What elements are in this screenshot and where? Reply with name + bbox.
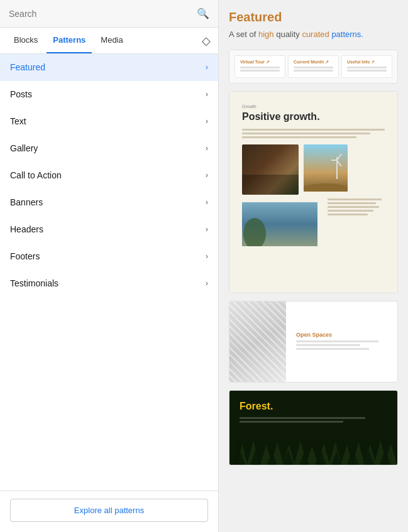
mini-card-line bbox=[240, 67, 280, 68]
forest-pattern-card[interactable]: Forest. bbox=[229, 390, 398, 465]
nav-item-label: Featured bbox=[10, 62, 45, 72]
nav-item-label: Gallery bbox=[10, 143, 38, 153]
nav-list: Featured › Posts › Text › Gallery › Call… bbox=[0, 54, 218, 491]
nav-item-testimonials[interactable]: Testimonials › bbox=[0, 270, 218, 297]
mini-card-title: Current Month ↗ bbox=[294, 60, 333, 65]
mini-card-line bbox=[347, 67, 387, 68]
mini-card-title: Virtual Tour ↗ bbox=[240, 60, 280, 65]
growth-bottom-text bbox=[323, 198, 385, 246]
nav-item-posts[interactable]: Posts › bbox=[0, 81, 218, 108]
mini-cards-card[interactable]: Virtual Tour ↗ Current Month ↗ Useful In… bbox=[229, 50, 398, 84]
mini-card-line bbox=[294, 70, 333, 72]
growth-pattern-card[interactable]: Growth Positive growth. bbox=[229, 91, 398, 293]
growth-image-forest bbox=[242, 144, 299, 195]
growth-card: Growth Positive growth. bbox=[229, 92, 397, 293]
growth-text-lines bbox=[242, 129, 385, 138]
forest-title: Forest. bbox=[240, 401, 387, 412]
tabs-row: Blocks Patterns Media ◇ bbox=[0, 28, 218, 54]
tab-patterns[interactable]: Patterns bbox=[47, 28, 92, 53]
mini-cards-row: Virtual Tour ↗ Current Month ↗ Useful In… bbox=[229, 50, 397, 83]
nav-item-label: Posts bbox=[10, 89, 32, 99]
open-spaces-label: Open Spaces bbox=[296, 332, 387, 338]
mini-card-line bbox=[347, 70, 387, 72]
mini-card-title: Useful Info ↗ bbox=[347, 60, 387, 65]
growth-image-windmill bbox=[304, 144, 348, 192]
tab-media[interactable]: Media bbox=[94, 28, 129, 53]
featured-title: Featured bbox=[229, 10, 398, 24]
nav-item-text[interactable]: Text › bbox=[0, 108, 218, 135]
nav-item-footers[interactable]: Footers › bbox=[0, 243, 218, 270]
growth-image-coast bbox=[242, 202, 317, 246]
explore-all-patterns-button[interactable]: Explore all patterns bbox=[10, 499, 208, 522]
chevron-icon: › bbox=[206, 63, 208, 72]
nav-item-label: Testimonials bbox=[10, 278, 58, 288]
mini-card-useful-info: Useful Info ↗ bbox=[341, 55, 392, 78]
chevron-icon: › bbox=[206, 252, 208, 261]
chevron-icon: › bbox=[206, 117, 208, 126]
nav-item-banners[interactable]: Banners › bbox=[0, 189, 218, 216]
desc-high: high bbox=[258, 30, 274, 39]
desc-curated: curated bbox=[302, 30, 329, 39]
right-panel[interactable]: Featured A set of high quality curated p… bbox=[219, 0, 408, 532]
mini-card-current-month: Current Month ↗ bbox=[288, 55, 339, 78]
search-icon: 🔍 bbox=[197, 8, 209, 19]
nav-item-featured[interactable]: Featured › bbox=[0, 54, 218, 81]
nav-item-label: Call to Action bbox=[10, 170, 62, 180]
open-spaces-pattern-card[interactable]: Open Spaces bbox=[229, 301, 398, 383]
chevron-icon: › bbox=[206, 198, 208, 207]
nav-item-label: Footers bbox=[10, 251, 40, 261]
chevron-icon: › bbox=[206, 90, 208, 99]
nav-item-label: Banners bbox=[10, 197, 43, 207]
chevron-icon: › bbox=[206, 225, 208, 234]
open-spaces-content: Open Spaces bbox=[286, 301, 397, 382]
search-bar: 🔍 bbox=[0, 0, 218, 28]
nav-item-label: Headers bbox=[10, 224, 43, 234]
featured-description: A set of high quality curated patterns. bbox=[229, 28, 398, 41]
growth-label: Growth bbox=[242, 104, 385, 109]
chevron-icon: › bbox=[206, 144, 208, 153]
growth-heading: Positive growth. bbox=[242, 111, 385, 122]
explore-btn-wrap: Explore all patterns bbox=[0, 491, 218, 532]
left-panel: 🔍 Blocks Patterns Media ◇ Featured › Pos… bbox=[0, 0, 219, 532]
search-input[interactable] bbox=[9, 9, 197, 19]
open-spaces-image bbox=[229, 301, 286, 382]
nav-item-gallery[interactable]: Gallery › bbox=[0, 135, 218, 162]
nav-item-label: Text bbox=[10, 116, 26, 126]
mini-card-line bbox=[294, 67, 333, 68]
mini-card-line bbox=[240, 70, 280, 72]
tab-blocks[interactable]: Blocks bbox=[8, 28, 44, 53]
nav-item-call-to-action[interactable]: Call to Action › bbox=[0, 162, 218, 189]
nav-item-headers[interactable]: Headers › bbox=[0, 216, 218, 243]
desc-patterns: patterns. bbox=[331, 30, 363, 39]
mini-card-virtual-tour: Virtual Tour ↗ bbox=[234, 55, 285, 78]
diamond-icon[interactable]: ◇ bbox=[202, 34, 211, 48]
chevron-icon: › bbox=[206, 171, 208, 180]
chevron-icon: › bbox=[206, 279, 208, 288]
